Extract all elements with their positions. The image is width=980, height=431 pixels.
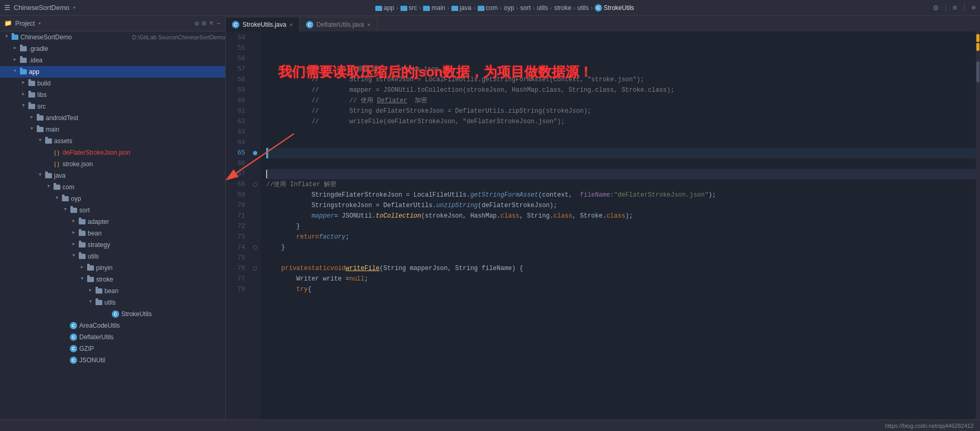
tab-deflater-utils-close[interactable]: ×	[367, 21, 371, 28]
file-tree-sidebar: ChineseSortDemo D:\GitLab Source\Chinese…	[0, 31, 226, 431]
tree-item-com[interactable]: com	[0, 181, 225, 193]
line-num-71: 71	[226, 211, 245, 221]
top-toolbar: ☰ ChineseSortDemo ▾ app › src › main › j…	[0, 0, 980, 16]
arrow-src	[19, 102, 27, 111]
tab-deflater-utils[interactable]: C DeflaterUtils.java ×	[300, 17, 377, 31]
utils-sort-folder-icon	[78, 252, 86, 261]
arrow-deflater-json	[44, 148, 52, 157]
tree-item-deflater-json[interactable]: { } deFlaterStrokeJson.json	[0, 147, 225, 158]
tree-item-jsonutil[interactable]: C JSONUtil	[0, 354, 225, 366]
right-scrollbar[interactable]	[976, 31, 980, 431]
tree-item-gzip[interactable]: C GZIP	[0, 343, 225, 354]
sidebar-settings-icon[interactable]: ⊞	[202, 19, 206, 28]
scroll-thumb[interactable]	[976, 61, 979, 82]
tree-item-stroke-folder[interactable]: stroke	[0, 274, 225, 285]
code-line-55	[266, 43, 976, 53]
arrow-root	[2, 33, 10, 41]
toolbar-settings-icon[interactable]: ⚙	[933, 3, 939, 13]
tree-item-build[interactable]: build	[0, 78, 225, 89]
bean-folder-icon	[78, 229, 86, 238]
toolbar-action-icon[interactable]: ⊕	[972, 4, 976, 12]
tab-deflater-utils-label: DeflaterUtils.java	[317, 21, 364, 28]
code-line-72: }	[266, 221, 976, 232]
line-num-54: 54	[226, 33, 245, 43]
tree-item-utils-stroke[interactable]: utils	[0, 297, 225, 308]
tree-item-stroke-json[interactable]: { } stroke.json	[0, 158, 225, 170]
tree-path-root: D:\GitLab Source\ChineseSortDemo	[132, 34, 225, 40]
tree-label-java: java	[54, 172, 225, 179]
code-line-68: //使用 Inflater 解密	[266, 179, 976, 190]
tree-item-assets[interactable]: assets	[0, 135, 225, 147]
line-num-70: 70	[226, 200, 245, 211]
stroke-json-icon: { }	[52, 160, 61, 168]
tree-label-utils-sort: utils	[88, 253, 225, 260]
tree-item-src[interactable]: src	[0, 101, 225, 112]
tab-stroke-utils[interactable]: C StrokeUtils.java ×	[226, 17, 300, 31]
arrow-stroke-json	[44, 160, 52, 168]
tab-stroke-utils-label: StrokeUtils.java	[243, 21, 286, 28]
tree-item-oyp[interactable]: oyp	[0, 193, 225, 204]
tree-item-pinyin[interactable]: pinyin	[0, 262, 225, 274]
tree-item-stroke-utils-class[interactable]: C StrokeUtils	[0, 308, 225, 320]
tree-label-stroke-folder: stroke	[96, 276, 225, 283]
sidebar-dropdown-icon[interactable]: ▾	[38, 20, 41, 27]
tab-stroke-utils-close[interactable]: ×	[289, 21, 292, 28]
tree-label-app: app	[29, 68, 225, 76]
tree-item-root[interactable]: ChineseSortDemo D:\GitLab Source\Chinese…	[0, 31, 225, 43]
project-dropdown[interactable]: ▾	[72, 4, 76, 11]
arrow-build	[19, 79, 27, 88]
project-folder-icon	[10, 33, 19, 41]
sidebar-close-icon[interactable]: −	[217, 19, 221, 28]
tree-item-main[interactable]: main	[0, 124, 225, 135]
toolbar-divider: |	[944, 4, 948, 12]
tree-item-app[interactable]: app	[0, 66, 225, 78]
class-breadcrumb-icon: C	[595, 4, 602, 12]
code-line-54	[266, 33, 976, 43]
tree-item-strategy[interactable]: strategy	[0, 239, 225, 251]
tree-item-java[interactable]: java	[0, 170, 225, 181]
code-area[interactable]: // //原始文件 stroke.json // String strokeJs…	[261, 31, 976, 431]
tree-item-bean-stroke[interactable]: bean	[0, 285, 225, 297]
tree-item-bean[interactable]: bean	[0, 228, 225, 239]
sidebar-gear-icon[interactable]: ⚙	[195, 19, 199, 28]
code-line-70: String strokeJson = DeflaterUtils. unzip…	[266, 200, 976, 211]
toolbar-split-icon[interactable]: ⊞	[953, 4, 957, 12]
code-line-57: // //原始文件 stroke.json	[266, 64, 976, 74]
folder-com-icon	[478, 6, 484, 11]
status-bar: https://blog.csdn.net/qq446282412	[0, 419, 980, 431]
tree-item-gradle[interactable]: .gradle	[0, 43, 225, 55]
tree-label-build: build	[37, 80, 225, 87]
areacode-icon: C	[69, 321, 78, 330]
tree-label-pinyin: pinyin	[96, 264, 225, 272]
tree-item-sort[interactable]: sort	[0, 204, 225, 216]
tree-item-deflater[interactable]: C DeflaterUtils	[0, 331, 225, 343]
line-numbers: 54 55 56 57 58 59 60 61 62 63 64 65 66 6…	[226, 31, 249, 431]
tree-item-adapter[interactable]: adapter	[0, 216, 225, 228]
line-num-60: 60	[226, 95, 245, 106]
tree-label-bean-stroke: bean	[104, 287, 225, 295]
code-editor[interactable]: 我们需要读取压缩后的json数据，为项目做数据源！ 54 55 56 57 58…	[226, 31, 980, 431]
breadcrumb-app[interactable]: app	[375, 4, 394, 12]
tree-label-jsonutil: JSONUtil	[79, 357, 225, 364]
tree-item-androidtest[interactable]: androidTest	[0, 112, 225, 124]
idea-folder-icon	[19, 56, 27, 64]
tree-item-libs[interactable]: libs	[0, 89, 225, 101]
code-line-61: // String deFlaterStrokeJson = DeflaterU…	[266, 106, 976, 116]
tree-label-com: com	[62, 184, 225, 191]
arrow-app	[10, 68, 19, 76]
line-num-56: 56	[226, 53, 245, 64]
arrow-com	[44, 183, 52, 191]
tree-item-idea[interactable]: .idea	[0, 55, 225, 66]
tab-deflater-utils-icon: C	[306, 21, 313, 28]
arrow-sort	[61, 206, 69, 214]
sidebar-sort-icon[interactable]: ≡	[209, 19, 214, 27]
tree-item-areacode[interactable]: C AreaCodeUtils	[0, 320, 225, 331]
arrow-main	[27, 125, 36, 134]
tree-label-libs: libs	[37, 91, 225, 99]
tree-item-utils-sort[interactable]: utils	[0, 251, 225, 262]
code-line-66	[266, 158, 976, 169]
line-num-63: 63	[226, 127, 245, 137]
code-line-56	[266, 53, 976, 64]
jsonutil-icon: C	[69, 356, 78, 364]
tree-label-gradle: .gradle	[29, 45, 225, 52]
